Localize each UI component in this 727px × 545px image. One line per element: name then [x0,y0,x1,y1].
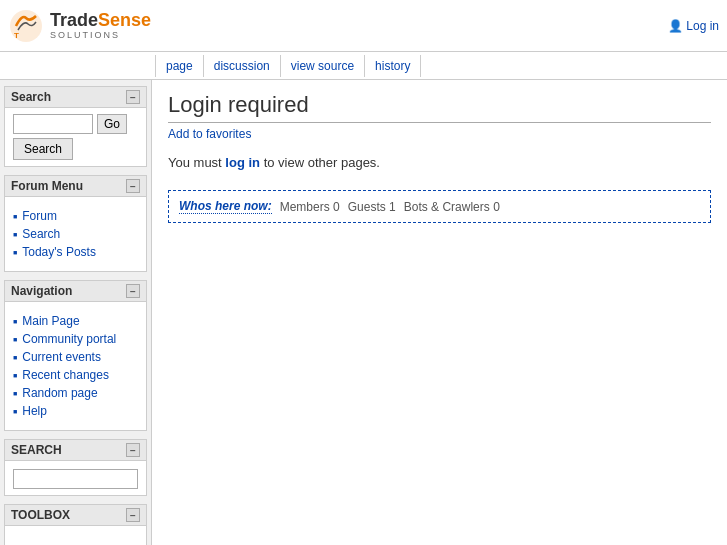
whos-here-box: Whos here now: Members 0 Guests 1 Bots &… [168,190,711,223]
login-message: You must log in to view other pages. [168,155,711,170]
sidebar-search-collapse[interactable]: − [126,90,140,104]
sidebar-search2-header: SEARCH − [5,440,146,461]
current-events-link[interactable]: Current events [22,350,101,364]
guests-count: 1 [389,200,396,214]
logo: T TradeSense SOLUTIONS [8,8,158,44]
sidebar-search-title: Search [11,90,51,104]
sidebar-forum-menu-content: Forum Search Today's Posts [5,197,146,271]
members-count: 0 [333,200,340,214]
login-message-pre: You must [168,155,225,170]
sidebar-search-section: Search − Go Search [4,86,147,167]
forum-menu-item-search: Search [13,225,138,243]
sidebar-forum-menu-section: Forum Menu − Forum Search Today's Posts [4,175,147,272]
sidebar-toolbox-header: TOOLBOX − [5,505,146,526]
sidebar-toolbox-section: TOOLBOX − [4,504,147,545]
sidebar-search2-title: SEARCH [11,443,62,457]
go-button[interactable]: Go [97,114,127,134]
sidebar-search2-input[interactable] [13,469,138,489]
bots-count: 0 [493,200,500,214]
nav-item-help: Help [13,402,138,420]
sidebar-search2-section: SEARCH − [4,439,147,496]
search-button[interactable]: Search [13,138,73,160]
logo-solutions: SOLUTIONS [50,30,151,40]
tab-history[interactable]: history [365,55,421,77]
forum-menu-item-forum: Forum [13,207,138,225]
tab-discussion[interactable]: discussion [204,55,281,77]
sidebar-forum-menu-title: Forum Menu [11,179,83,193]
logo-trade: Trade [50,10,98,30]
sidebar-toolbox-collapse[interactable]: − [126,508,140,522]
tab-view-source[interactable]: view source [281,55,365,77]
todays-posts-link[interactable]: Today's Posts [22,245,96,259]
login-link[interactable]: log in [225,155,260,170]
bots-label: Bots & Crawlers [404,200,490,214]
main-content: Login required Add to favorites You must… [152,80,727,545]
community-portal-link[interactable]: Community portal [22,332,116,346]
add-to-favorites-link[interactable]: Add to favorites [168,127,251,141]
sidebar-search2-content [5,461,146,495]
login-link-header[interactable]: Log in [686,19,719,33]
members-label: Members [280,200,330,214]
sidebar-navigation-content: Main Page Community portal Current event… [5,302,146,430]
guests-stat: Guests 1 [348,200,396,214]
nav-item-main-page: Main Page [13,312,138,330]
sidebar-navigation-section: Navigation − Main Page Community portal … [4,280,147,431]
navigation-list: Main Page Community portal Current event… [13,308,138,424]
nav-item-random-page: Random page [13,384,138,402]
forum-menu-item-todays-posts: Today's Posts [13,243,138,261]
sidebar-toolbox-content [5,526,146,545]
sidebar: Search − Go Search Forum Menu − Forum Se… [0,80,152,545]
sidebar-navigation-header: Navigation − [5,281,146,302]
forum-search-link[interactable]: Search [22,227,60,241]
svg-text:T: T [14,31,19,40]
sidebar-navigation-collapse[interactable]: − [126,284,140,298]
user-icon: 👤 [668,19,683,33]
tabs-bar: page discussion view source history [0,52,727,80]
header: T TradeSense SOLUTIONS 👤 Log in [0,0,727,52]
sidebar-search2-collapse[interactable]: − [126,443,140,457]
sidebar-search-content: Go Search [5,108,146,166]
logo-text-block: TradeSense SOLUTIONS [50,11,151,41]
search-input-row: Go [13,114,138,134]
logo-icon: T [8,8,44,44]
random-page-link[interactable]: Random page [22,386,97,400]
sidebar-forum-menu-collapse[interactable]: − [126,179,140,193]
page-title: Login required [168,92,711,123]
login-message-post: to view other pages. [260,155,380,170]
sidebar-forum-menu-header: Forum Menu − [5,176,146,197]
sidebar-navigation-title: Navigation [11,284,72,298]
forum-menu-list: Forum Search Today's Posts [13,203,138,265]
whos-here-label: Whos here now: [179,199,272,214]
nav-item-current-events: Current events [13,348,138,366]
add-to-favorites: Add to favorites [168,127,711,141]
nav-item-recent-changes: Recent changes [13,366,138,384]
nav-item-community-portal: Community portal [13,330,138,348]
search-input[interactable] [13,114,93,134]
sidebar-search-header: Search − [5,87,146,108]
tab-page[interactable]: page [155,55,204,77]
help-link[interactable]: Help [22,404,47,418]
recent-changes-link[interactable]: Recent changes [22,368,109,382]
logo-sense: Sense [98,10,151,30]
main-page-link[interactable]: Main Page [22,314,79,328]
top-right: 👤 Log in [668,19,719,33]
guests-label: Guests [348,200,386,214]
main-layout: Search − Go Search Forum Menu − Forum Se… [0,80,727,545]
forum-link[interactable]: Forum [22,209,57,223]
whos-here-inner: Whos here now: Members 0 Guests 1 Bots &… [179,199,700,214]
members-stat: Members 0 [280,200,340,214]
sidebar-toolbox-title: TOOLBOX [11,508,70,522]
bots-stat: Bots & Crawlers 0 [404,200,500,214]
